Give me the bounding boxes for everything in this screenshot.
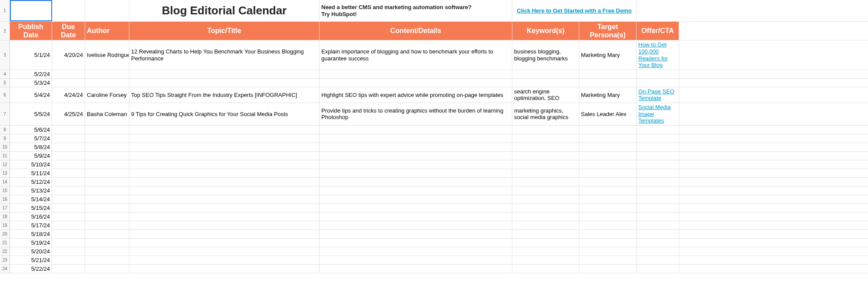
row-number[interactable]: 16 [0,195,10,203]
cell-publish-date[interactable]: 5/6/24 [10,126,52,134]
cell-keywords[interactable] [512,70,579,78]
cell-content[interactable] [320,160,512,169]
cell-offer[interactable] [637,186,679,195]
cell-due-date[interactable] [52,256,85,264]
cell-keywords[interactable] [512,134,579,143]
cell-publish-date[interactable]: 5/10/24 [10,160,52,169]
cell-offer[interactable] [637,247,679,256]
cell-content[interactable] [320,134,512,143]
cell-content[interactable] [320,126,512,134]
col-persona[interactable]: Target Persona(s) [579,22,637,40]
cell-persona[interactable]: Marketing Mary [579,40,637,69]
cell-content[interactable] [320,178,512,186]
cell-due-date[interactable] [52,239,85,247]
cell-topic[interactable] [129,256,320,264]
cell-keywords[interactable]: search engine optimization, SEO [512,87,579,103]
cell-publish-date[interactable]: 5/17/24 [10,221,52,229]
cell-content[interactable]: Highlight SEO tips with expert advice wh… [320,87,512,103]
cell-due-date[interactable] [52,152,85,160]
cell-author[interactable]: Basha Coleman [85,103,129,125]
cell-publish-date[interactable]: 5/21/24 [10,256,52,264]
cell-offer[interactable] [637,213,679,221]
cell-due-date[interactable] [52,195,85,203]
cell-content[interactable] [320,79,512,87]
cell-due-date[interactable]: 4/20/24 [52,40,85,69]
cell-publish-date[interactable]: 5/12/24 [10,178,52,186]
cell-topic[interactable] [129,239,320,247]
cell-author[interactable] [85,230,129,238]
col-topic[interactable]: Topic/Title [129,22,320,40]
row-number[interactable]: 2 [0,22,10,40]
cell-author[interactable] [85,79,129,87]
cell-keywords[interactable] [512,247,579,256]
cell-due-date[interactable]: 4/25/24 [52,103,85,125]
cell-content[interactable] [320,195,512,203]
cell-keywords[interactable] [512,152,579,160]
cell-persona[interactable] [579,143,637,151]
cell-author[interactable] [85,178,129,186]
cell-content[interactable] [320,256,512,264]
offer-link[interactable]: On-Page SEO Template [638,88,677,102]
cell-keywords[interactable] [512,239,579,247]
cell-publish-date[interactable]: 5/20/24 [10,247,52,256]
cell-persona[interactable] [579,178,637,186]
col-due-date[interactable]: Due Date [52,22,85,40]
cell-persona[interactable] [579,134,637,143]
row-number[interactable]: 9 [0,134,10,143]
cell-content[interactable] [320,239,512,247]
cell-persona[interactable]: Marketing Mary [579,87,637,103]
cell-due-date[interactable] [52,169,85,177]
cell-publish-date[interactable]: 5/7/24 [10,134,52,143]
cell-publish-date[interactable]: 5/1/24 [10,40,52,69]
cell-selected[interactable] [10,0,52,21]
cell-topic[interactable] [129,221,320,229]
cell-topic[interactable]: 12 Revealing Charts to Help You Benchmar… [129,40,320,69]
cell-topic[interactable] [129,134,320,143]
row-number[interactable]: 5 [0,79,10,87]
cell-content[interactable] [320,143,512,151]
cell-offer[interactable]: Social Media Image Templates [637,103,679,125]
cell-offer[interactable] [637,195,679,203]
cell-topic[interactable] [129,126,320,134]
cell-keywords[interactable] [512,256,579,264]
cell-author[interactable] [85,239,129,247]
cell-publish-date[interactable]: 5/13/24 [10,186,52,195]
cell[interactable] [85,0,129,21]
cell-persona[interactable] [579,186,637,195]
cell-due-date[interactable] [52,160,85,169]
cell-publish-date[interactable]: 5/15/24 [10,204,52,212]
cell-due-date[interactable] [52,79,85,87]
cell-due-date[interactable] [52,213,85,221]
cell-due-date[interactable] [52,221,85,229]
row-number[interactable]: 6 [0,87,10,103]
cell-author[interactable] [85,204,129,212]
cell-keywords[interactable] [512,230,579,238]
cell-persona[interactable] [579,204,637,212]
cell-content[interactable] [320,152,512,160]
cell-content[interactable]: Explain importance of blogging and how t… [320,40,512,69]
col-offer[interactable]: Offer/CTA [637,22,679,40]
cell-keywords[interactable] [512,143,579,151]
cell-topic[interactable] [129,70,320,78]
cell-content[interactable] [320,213,512,221]
row-number[interactable]: 10 [0,143,10,151]
cell-offer[interactable] [637,79,679,87]
cell-content[interactable] [320,204,512,212]
cell-author[interactable]: Caroline Forsey [85,87,129,103]
row-number[interactable]: 13 [0,169,10,177]
cell-topic[interactable] [129,79,320,87]
cell-persona[interactable] [579,126,637,134]
cell-keywords[interactable] [512,195,579,203]
cell-publish-date[interactable]: 5/9/24 [10,152,52,160]
cell-offer[interactable] [637,70,679,78]
row-number[interactable]: 12 [0,160,10,169]
cell-topic[interactable] [129,230,320,238]
cell-topic[interactable]: Top SEO Tips Straight From the Industry … [129,87,320,103]
cell-keywords[interactable] [512,213,579,221]
col-publish-date[interactable]: Publish Date [10,22,52,40]
cell-content[interactable] [320,247,512,256]
cell-topic[interactable] [129,169,320,177]
cell-keywords[interactable] [512,178,579,186]
cell-publish-date[interactable]: 5/3/24 [10,79,52,87]
cell-keywords[interactable]: business blogging, blogging benchmarks [512,40,579,69]
